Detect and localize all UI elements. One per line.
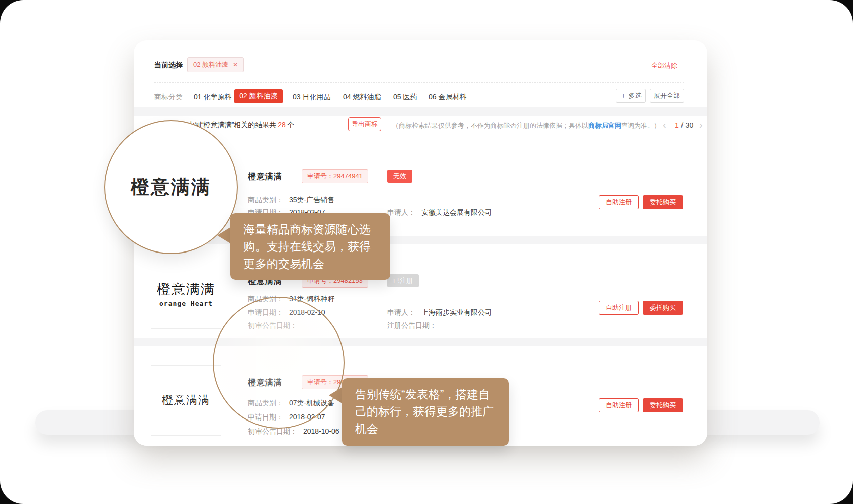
application-number-tag: 申请号：29474941: [302, 169, 368, 183]
current-selection-label: 当前选择: [154, 61, 183, 70]
trademark-mark-subtext: orange Heart: [159, 300, 213, 307]
application-number-label: 申请号：: [307, 172, 333, 180]
entrust-buy-button[interactable]: 委托购买: [643, 195, 683, 209]
category-item-06[interactable]: 06 金属材料: [429, 93, 466, 102]
magnified-trademark-text: 橙意满满: [131, 175, 211, 200]
callout-promotion: 告别传统“发表格”，搭建自己的标行，获得更多的推广机会: [342, 378, 509, 446]
disclaimer-text: （商标检索结果仅供参考，不作为商标能否注册的法律依据；具体以: [392, 122, 588, 129]
self-register-button[interactable]: 自助注册: [599, 301, 639, 315]
trademark-image[interactable]: 橙意满满: [151, 365, 221, 436]
category-item-05[interactable]: 05 医药: [393, 93, 417, 102]
category-item-01[interactable]: 01 化学原料: [194, 93, 231, 102]
field-value: 安徽美达会展有限公司: [421, 208, 492, 216]
trademark-office-link[interactable]: 商标局官网: [588, 122, 621, 129]
application-number-value: 29474941: [333, 172, 363, 180]
multi-select-button[interactable]: ＋ 多选: [616, 89, 646, 103]
field-value: 2018-10-06: [303, 427, 339, 435]
entrust-buy-button[interactable]: 委托购买: [643, 301, 683, 315]
results-count: 28: [278, 121, 286, 129]
field-line: 申请人：安徽美达会展有限公司: [387, 208, 492, 217]
trademark-title[interactable]: 橙意满满: [248, 172, 282, 182]
field-line: 初审公告日期：2018-10-06: [248, 427, 339, 436]
selected-filter-tag[interactable]: 02 颜料油漆 ✕: [187, 57, 244, 72]
clear-all-button[interactable]: 全部清除: [651, 61, 677, 70]
results-unit: 个: [287, 121, 294, 129]
field-label: 商品类别：: [248, 196, 283, 204]
status-badge: 已注册: [387, 274, 419, 287]
self-register-button[interactable]: 自助注册: [599, 195, 639, 209]
divider: [656, 118, 656, 135]
field-label: 注册公告日期：: [387, 321, 437, 329]
callout-arrow: [329, 387, 342, 403]
expand-all-button[interactable]: 展开全部: [650, 89, 684, 103]
field-line: 注册公告日期：–: [387, 321, 447, 330]
close-icon[interactable]: ✕: [233, 61, 238, 68]
field-line: 申请人：上海雨步实业有限公司: [387, 308, 492, 317]
callout-marketplace: 海量精品商标资源随心选购。支持在线交易，获得更多的交易机会: [230, 213, 390, 280]
pagination-total: 30: [686, 121, 694, 129]
field-line: 商品类别：35类-广告销售: [248, 196, 334, 205]
field-value: –: [443, 321, 447, 329]
divider: [154, 82, 684, 83]
callout-arrow: [217, 227, 230, 243]
results-disclaimer: （商标检索结果仅供参考，不作为商标能否注册的法律依据；具体以商标局官网查询为准。…: [392, 121, 660, 130]
magnifier-circle: [213, 297, 345, 429]
category-item-04[interactable]: 04 燃料油脂: [343, 93, 381, 102]
field-value: 上海雨步实业有限公司: [421, 308, 492, 316]
status-badge: 无效: [387, 170, 412, 183]
field-value: 35类-广告销售: [289, 196, 334, 204]
field-label: 申请人：: [387, 208, 415, 216]
selected-filter-tag-label: 02 颜料油漆: [193, 60, 228, 69]
category-bar-label: 商标分类: [154, 93, 183, 102]
chevron-left-icon[interactable]: ‹: [663, 120, 666, 130]
pagination-current: 1: [675, 121, 679, 129]
trademark-mark-text: 橙意满满: [157, 280, 215, 298]
self-register-button[interactable]: 自助注册: [599, 398, 639, 412]
trademark-image[interactable]: 橙意满满 orange Heart: [151, 259, 221, 329]
pagination-separator: /: [681, 121, 683, 129]
section-gap: [134, 107, 707, 116]
category-item-02-active[interactable]: 02 颜料油漆: [234, 89, 283, 103]
field-label: 申请人：: [387, 308, 415, 316]
trademark-mark-text: 橙意满满: [162, 393, 210, 408]
export-trademark-button[interactable]: 导出商标: [348, 117, 381, 131]
pagination: 1 / 30: [675, 121, 693, 130]
chevron-right-icon[interactable]: ›: [699, 120, 703, 130]
category-item-03[interactable]: 03 日化用品: [293, 93, 330, 102]
disclaimer-suffix: 查询为准。）: [621, 122, 660, 129]
entrust-buy-button[interactable]: 委托购买: [643, 398, 683, 412]
